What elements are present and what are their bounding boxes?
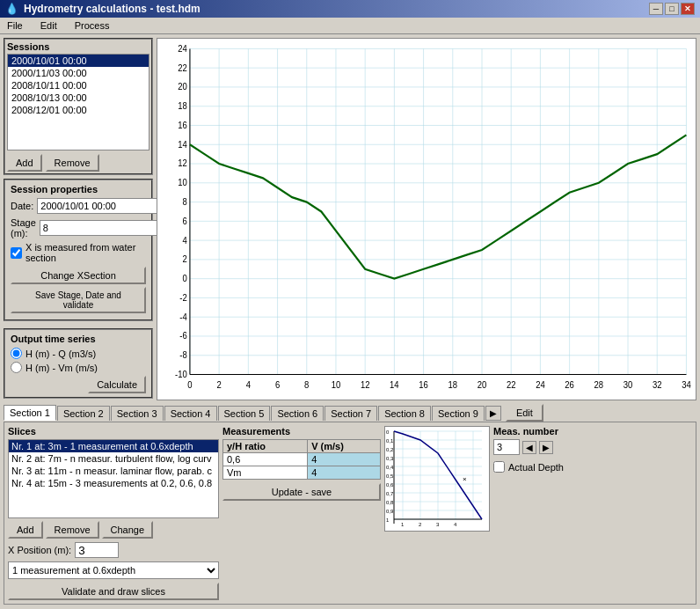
svg-text:10: 10	[178, 178, 187, 187]
svg-text:3: 3	[436, 522, 440, 527]
svg-text:0,6: 0,6	[386, 482, 394, 488]
x-pos-row: X Position (m):	[8, 542, 219, 558]
svg-text:4: 4	[246, 380, 252, 390]
add-session-button[interactable]: Add	[7, 154, 42, 172]
svg-text:12: 12	[361, 380, 370, 390]
slice-item[interactable]: Nr. 2 at: 7m - n measur. turbulent flow,…	[9, 452, 218, 465]
date-label: Date:	[11, 201, 33, 211]
minimize-button[interactable]: ─	[649, 3, 663, 15]
radio-hq[interactable]	[11, 348, 22, 359]
x-pos-label: X Position (m):	[8, 545, 71, 555]
svg-text:-4: -4	[179, 312, 187, 321]
radio-hvm-label: H (m) - Vm (m/s)	[26, 363, 98, 373]
svg-text:×: ×	[463, 475, 467, 483]
change-xsection-button[interactable]: Change XSection	[11, 267, 146, 284]
section-tab-2[interactable]: Section 2	[57, 406, 110, 421]
section-tab-8[interactable]: Section 8	[378, 406, 431, 421]
menu-edit[interactable]: Edit	[37, 19, 61, 32]
menu-process[interactable]: Process	[71, 19, 113, 32]
tab-nav-button[interactable]: ▶	[485, 406, 501, 421]
section-tab-3[interactable]: Section 3	[111, 406, 164, 421]
svg-text:2: 2	[419, 522, 422, 527]
section-tab-9[interactable]: Section 9	[432, 406, 485, 421]
session-item[interactable]: 2000/10/01 00:00	[8, 55, 149, 67]
measurements-label: Measurements	[222, 426, 381, 437]
svg-text:10: 10	[332, 380, 341, 390]
session-item[interactable]: 2008/10/11 00:00	[8, 79, 149, 92]
svg-text:0,2: 0,2	[386, 447, 394, 452]
ratio-cell: Vm	[223, 466, 308, 480]
measure-select[interactable]: 1 measurement at 0.6xdepth	[8, 561, 219, 579]
remove-session-button[interactable]: Remove	[46, 154, 99, 172]
svg-text:8: 8	[304, 380, 310, 390]
section-tab-5[interactable]: Section 5	[218, 406, 271, 421]
svg-text:0,1: 0,1	[386, 438, 394, 444]
svg-text:0,8: 0,8	[386, 500, 394, 505]
svg-text:16: 16	[178, 121, 187, 130]
date-input[interactable]	[37, 198, 165, 214]
svg-text:22: 22	[507, 380, 516, 390]
stage-input[interactable]	[40, 220, 168, 236]
session-properties: Session properties Date: Stage (m): X is…	[4, 179, 153, 321]
svg-text:4: 4	[182, 235, 187, 245]
add-slice-button[interactable]: Add	[8, 521, 43, 539]
edit-button[interactable]: Edit	[506, 404, 543, 422]
svg-text:18: 18	[448, 380, 458, 390]
svg-text:2: 2	[216, 380, 221, 390]
svg-text:24: 24	[536, 380, 545, 390]
svg-text:30: 30	[623, 380, 633, 390]
meas-num-input[interactable]	[493, 439, 520, 455]
slices-label: Slices	[8, 426, 219, 437]
table-row: 0,64	[223, 453, 381, 466]
x-measured-label: X is measured from water section	[26, 242, 146, 263]
close-button[interactable]: ✕	[681, 3, 695, 15]
update-save-button[interactable]: Update - save	[222, 483, 381, 501]
col-ratio: y/H ratio	[223, 440, 308, 453]
slice-item[interactable]: Nr. 3 at: 11m - n measur. laminar flow, …	[9, 465, 218, 477]
radio-hq-row: H (m) - Q (m3/s)	[11, 348, 146, 359]
sessions-list[interactable]: 2000/10/01 00:002000/11/03 00:002008/10/…	[7, 54, 149, 150]
bottom-panels: Slices Nr. 1 at: 3m - 1 measurement at 0…	[4, 422, 696, 605]
slices-list[interactable]: Nr. 1 at: 3m - 1 measurement at 0.6xdept…	[8, 439, 219, 518]
svg-text:0,4: 0,4	[386, 465, 394, 470]
maximize-button[interactable]: □	[665, 3, 679, 15]
svg-text:0: 0	[182, 274, 187, 283]
remove-slice-button[interactable]: Remove	[46, 521, 99, 539]
measurements-panel: Measurements y/H ratio V (m/s) 0,64Vm4 U…	[222, 426, 381, 600]
section-tab-1[interactable]: Section 1	[4, 405, 56, 421]
radio-hvm[interactable]	[11, 362, 22, 373]
meas-prev-button[interactable]: ◀	[522, 441, 536, 454]
actual-depth-checkbox[interactable]	[493, 461, 505, 473]
change-slice-button[interactable]: Change	[102, 521, 154, 539]
svg-text:-8: -8	[179, 350, 187, 360]
section-tab-4[interactable]: Section 4	[164, 406, 217, 421]
x-pos-input[interactable]	[75, 542, 119, 558]
mini-chart: × 0 0,1 0,2 0,3 0,4 0,5 0,6 0,7 0,8 0,9 …	[384, 426, 490, 532]
section-tab-6[interactable]: Section 6	[271, 406, 324, 421]
save-stage-button[interactable]: Save Stage, Date and validate	[11, 287, 146, 313]
svg-text:22: 22	[178, 62, 187, 72]
stage-row: Stage (m):	[11, 217, 146, 238]
slice-item[interactable]: Nr. 1 at: 3m - 1 measurement at 0.6xdept…	[9, 440, 218, 452]
menu-file[interactable]: File	[4, 19, 26, 32]
calculate-button[interactable]: Calculate	[88, 376, 146, 393]
v-cell[interactable]: 4	[308, 453, 381, 466]
app-title: Hydrometry calculations - test.hdm	[24, 3, 201, 15]
x-measured-checkbox[interactable]	[11, 247, 22, 259]
svg-text:26: 26	[565, 380, 574, 390]
slice-btns: Add Remove Change	[8, 521, 219, 539]
svg-text:28: 28	[594, 380, 604, 390]
slice-item[interactable]: Nr. 4 at: 15m - 3 measurements at 0.2, 0…	[9, 477, 218, 489]
validate-draw-button[interactable]: Validate and draw slices	[8, 583, 219, 600]
session-item[interactable]: 2008/12/01 00:00	[8, 104, 149, 116]
svg-text:14: 14	[178, 139, 187, 149]
section-tab-7[interactable]: Section 7	[324, 406, 377, 421]
main-chart: 0246810121416182022242628303234-10-8-6-4…	[157, 39, 696, 400]
meas-number-panel: Meas. number ◀ ▶ Actual Depth	[493, 426, 564, 600]
v-cell[interactable]: 4	[308, 466, 381, 480]
session-item[interactable]: 2000/11/03 00:00	[8, 67, 149, 79]
svg-text:0,3: 0,3	[386, 456, 394, 461]
meas-next-button[interactable]: ▶	[539, 441, 553, 454]
x-measured-row: X is measured from water section	[11, 242, 146, 263]
session-item[interactable]: 2008/10/13 00:00	[8, 92, 149, 104]
